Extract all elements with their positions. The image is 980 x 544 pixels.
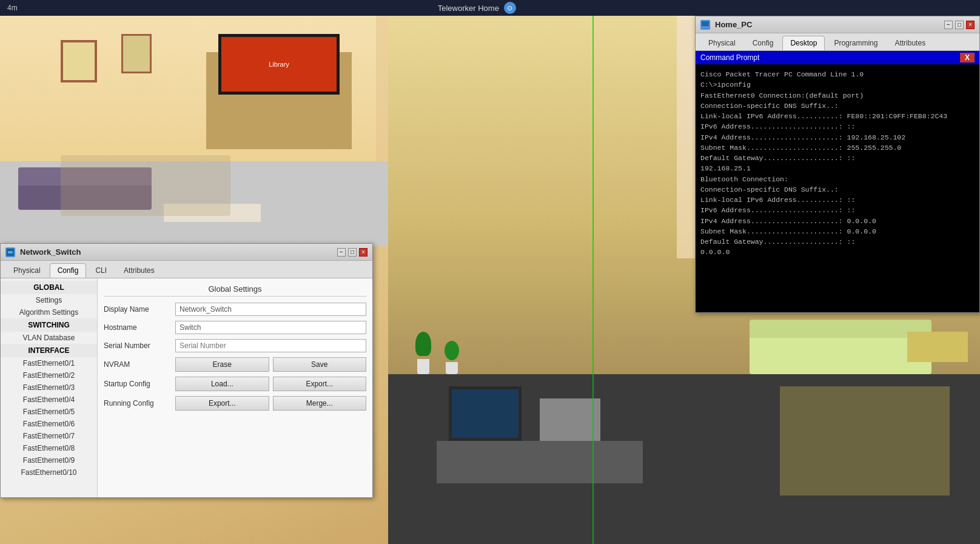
tab-config-pc[interactable]: Config [745,36,782,50]
hostname-input[interactable] [175,321,366,334]
sidebar-item-fe05[interactable]: FastEthernet0/5 [1,406,97,418]
cmd-line-7: IPv6 Address.....................: :: [700,121,975,132]
sidebar-item-fe06[interactable]: FastEthernet0/6 [1,418,97,430]
sidebar-item-vlan-database[interactable]: VLAN Database [1,332,97,344]
tab-physical-switch[interactable]: Physical [5,263,49,278]
home-pc-window[interactable]: Home_PC − □ × Physical Config Desktop Pr… [695,16,980,313]
app-title: Teleworker Home [438,4,499,13]
minimize-button-pc[interactable]: − [944,21,953,29]
cmd-terminal[interactable]: Cisco Packet Tracer PC Command Line 1.0 … [696,64,979,312]
sidebar-item-fe07[interactable]: FastEthernet0/7 [1,430,97,442]
switching-section-header: SWITCHING [1,318,97,332]
hostname-row: Hostname [104,321,366,334]
save-button[interactable]: Save [273,357,367,372]
merge-button[interactable]: Merge... [273,396,367,411]
sidebar-item-fe01[interactable]: FastEthernet0/1 [1,357,97,369]
window-controls-pc: − □ × [944,21,975,29]
cmd-line-1: C:\>ipconfig [700,79,975,90]
network-cable-line [592,0,594,544]
startup-config-row: Startup Config Load... Export... [104,377,366,391]
cmd-close-button[interactable]: X [960,53,975,62]
cmd-line-20: Default Gateway..................: :: [700,237,975,247]
display-name-input[interactable] [175,303,366,316]
cmd-line-15: Connection-specific DNS Suffix..: [700,184,975,195]
top-bar-center: Teleworker Home ⊙ [438,2,516,14]
load-button[interactable]: Load... [175,377,269,391]
serial-number-input[interactable] [175,339,366,352]
running-config-label: Running Config [104,399,170,408]
maximize-button-switch[interactable]: □ [348,248,357,257]
nvram-buttons: Erase Save [175,357,366,372]
switch-icon [5,247,15,257]
close-button-switch[interactable]: × [359,248,368,257]
network-switch-window[interactable]: Network_Switch − □ × Physical Config CLI… [0,243,373,498]
global-settings-title: Global Settings [104,284,366,297]
close-button-pc[interactable]: × [966,21,975,29]
cmd-line-21: 0.0.0.0 [700,247,975,257]
network-switch-title: Network_Switch [20,247,332,257]
svg-rect-1 [8,251,13,254]
floor-plant-1 [412,332,434,374]
cmd-title: Command Prompt [700,53,759,62]
cmd-line-9: Subnet Mask......................: 255.2… [700,143,975,153]
cmd-header-bar: Command Prompt X [696,51,979,64]
cmd-line-10: Default Gateway..................: :: [700,153,975,163]
tab-attributes-pc[interactable]: Attributes [887,36,933,50]
tab-physical-pc[interactable]: Physical [700,36,743,50]
switch-sidebar: GLOBAL Settings Algorithm Settings SWITC… [1,278,98,497]
picture-frame-1 [61,40,97,82]
cmd-line-8: IPv4 Address.....................: 192.1… [700,132,975,143]
cmd-line-18: IPv4 Address.....................: 0.0.0… [700,216,975,226]
cmd-line-17: IPv6 Address.....................: :: [700,205,975,215]
cmd-line-16: Link-local IPv6 Address..........: :: [700,195,975,205]
serial-number-label: Serial Number [104,341,170,350]
sidebar-item-algorithm-settings[interactable]: Algorithm Settings [1,306,97,318]
home-pc-title: Home_PC [715,20,939,29]
sidebar-item-fe02[interactable]: FastEthernet0/2 [1,369,97,381]
office-desk [437,441,643,483]
picture-frame-2 [121,34,152,73]
sidebar-item-fe010[interactable]: FastEthernet0/10 [1,466,97,479]
running-config-row: Running Config Export... Merge... [104,396,366,411]
minimize-button-switch[interactable]: − [337,248,346,257]
switch-window-body: GLOBAL Settings Algorithm Settings SWITC… [1,278,372,497]
svg-rect-2 [702,21,709,26]
cmd-line-19: Subnet Mask......................: 0.0.0… [700,226,975,237]
maximize-button-pc[interactable]: □ [955,21,964,29]
interface-section-header: INTERFACE [1,344,97,357]
rug [61,155,230,216]
tv-screen: Library [218,34,340,95]
cmd-line-5: Connection-specific DNS Suffix..: [700,101,975,111]
living-room-scene: Library [0,16,388,246]
desktop-content: Command Prompt X Cisco Packet Tracer PC … [696,51,979,312]
cmd-line-11: 192.168.25.1 [700,163,975,173]
window-controls-switch: − □ × [337,248,368,257]
tab-config-switch[interactable]: Config [50,263,87,278]
carpet [780,386,950,495]
pc-tab-bar: Physical Config Desktop Programming Attr… [696,33,979,51]
sidebar-item-fe08[interactable]: FastEthernet0/8 [1,442,97,454]
hostname-label: Hostname [104,323,170,332]
svg-rect-4 [702,27,708,28]
sidebar-item-fe03[interactable]: FastEthernet0/3 [1,381,97,394]
tab-cli-switch[interactable]: CLI [87,263,115,278]
startup-config-buttons: Load... Export... [175,377,366,391]
pc-icon [700,20,710,30]
sidebar-item-fe04[interactable]: FastEthernet0/4 [1,394,97,406]
cmd-line-0: Cisco Packet Tracer PC Command Line 1.0 [700,69,975,79]
cmd-line-6: Link-local IPv6 Address..........: FE80:… [700,111,975,121]
display-name-label: Display Name [104,305,170,314]
tab-desktop-pc[interactable]: Desktop [782,36,825,50]
export-running-button[interactable]: Export... [175,396,269,411]
erase-button[interactable]: Erase [175,357,269,372]
sidebar-item-fe09[interactable]: FastEthernet0/9 [1,454,97,466]
tab-programming-pc[interactable]: Programming [826,36,885,50]
tab-attributes-switch[interactable]: Attributes [116,263,163,278]
sidebar-item-settings[interactable]: Settings [1,294,97,306]
compass-icon: ⊙ [504,2,516,14]
clock: 4m [7,4,18,12]
running-config-buttons: Export... Merge... [175,396,366,411]
export-startup-button[interactable]: Export... [273,377,367,391]
nvram-row: NVRAM Erase Save [104,357,366,372]
switch-tab-bar: Physical Config CLI Attributes [1,261,372,278]
